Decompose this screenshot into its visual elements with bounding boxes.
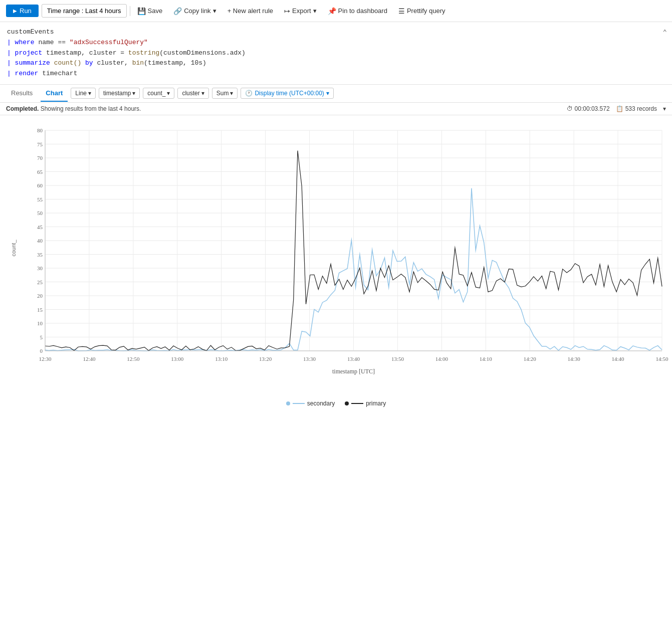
pin-label: Pin to dashboard xyxy=(338,7,387,15)
timestamp-chevron: ▾ xyxy=(132,90,135,97)
clock-icon-small: ⏱ xyxy=(567,105,573,112)
legend-secondary: secondary xyxy=(286,400,335,407)
status-showing: Showing results from the last 4 hours. xyxy=(41,105,141,112)
prettify-label: Prettify query xyxy=(407,7,445,15)
query-line-1: customEvents xyxy=(7,27,665,38)
save-button[interactable]: 💾 Save xyxy=(133,5,167,17)
sum-dropdown[interactable]: Sum ▾ xyxy=(212,88,238,99)
status-text: Completed. Showing results from the last… xyxy=(6,105,141,112)
count-label: count_ xyxy=(147,90,165,97)
sum-label: Sum xyxy=(216,90,229,97)
legend-primary-line xyxy=(351,403,363,404)
display-time-chevron: ▾ xyxy=(326,90,329,97)
count-chevron: ▾ xyxy=(167,90,170,97)
cluster-dropdown[interactable]: cluster ▾ xyxy=(177,88,208,99)
chart-type-label: Line xyxy=(75,90,87,97)
chart-type-chevron: ▾ xyxy=(88,90,91,97)
export-chevron: ▾ xyxy=(313,7,317,15)
copy-link-button[interactable]: 🔗 Copy link ▾ xyxy=(169,5,220,17)
pin-icon: 📌 xyxy=(328,7,336,15)
prettify-button[interactable]: ☰ Prettify query xyxy=(394,5,450,17)
legend-primary-label: primary xyxy=(366,400,386,407)
run-button[interactable]: ▶ Run xyxy=(6,5,39,17)
prettify-icon: ☰ xyxy=(398,7,405,15)
pin-dashboard-button[interactable]: 📌 Pin to dashboard xyxy=(324,5,391,17)
status-timing: ⏱ 00:00:03.572 xyxy=(567,105,610,112)
status-completed: Completed. xyxy=(6,105,39,112)
clock-icon: 🕐 xyxy=(245,90,253,97)
query-line-4: | summarize count() by cluster, bin(time… xyxy=(7,58,665,69)
query-line-5: | render timechart xyxy=(7,69,665,79)
tab-chart[interactable]: Chart xyxy=(41,85,68,102)
cluster-chevron: ▾ xyxy=(201,90,204,97)
copy-link-chevron: ▾ xyxy=(213,7,216,15)
new-alert-label: + New alert rule xyxy=(228,7,273,15)
legend-primary: primary xyxy=(345,400,386,407)
timestamp-dropdown[interactable]: timestamp ▾ xyxy=(99,88,140,99)
new-alert-button[interactable]: + New alert rule xyxy=(223,5,277,17)
time-range-label: Time range : Last 4 hours xyxy=(47,7,121,15)
run-label: Run xyxy=(20,7,32,15)
run-play-icon: ▶ xyxy=(13,8,17,14)
timing-value: 00:00:03.572 xyxy=(575,105,610,112)
expand-icon[interactable]: ▾ xyxy=(663,105,666,112)
status-right: ⏱ 00:00:03.572 📋 533 records ▾ xyxy=(567,105,666,112)
sum-chevron: ▾ xyxy=(230,90,233,97)
chart-area: count_ xyxy=(25,120,672,376)
collapse-button[interactable]: ⌃ xyxy=(663,27,667,38)
export-button[interactable]: ↦ Export ▾ xyxy=(280,5,321,17)
count-dropdown[interactable]: count_ ▾ xyxy=(143,88,174,99)
records-value: 533 records xyxy=(625,105,657,112)
query-editor[interactable]: customEvents | where name == "adxSuccess… xyxy=(0,22,672,85)
chart-legend: secondary primary xyxy=(0,396,672,411)
legend-primary-dot xyxy=(345,401,349,405)
copy-link-label: Copy link xyxy=(184,7,210,15)
legend-secondary-dot xyxy=(286,401,290,405)
query-line-2: | where name == "adxSuccessfulQuery" xyxy=(7,38,665,48)
copy-link-icon: 🔗 xyxy=(173,7,182,15)
status-records: 📋 533 records xyxy=(616,105,657,112)
records-icon: 📋 xyxy=(616,105,623,112)
time-range-button[interactable]: Time range : Last 4 hours xyxy=(42,4,127,18)
tab-results[interactable]: Results xyxy=(6,85,38,102)
chart-type-dropdown[interactable]: Line ▾ xyxy=(71,88,96,99)
save-label: Save xyxy=(148,7,163,15)
cluster-label: cluster xyxy=(182,90,199,97)
display-time-dropdown[interactable]: 🕐 Display time (UTC+00:00) ▾ xyxy=(241,88,333,99)
export-label: Export xyxy=(292,7,311,15)
query-line-3: | project timestamp, cluster = tostring(… xyxy=(7,48,665,59)
toolbar: ▶ Run Time range : Last 4 hours 💾 Save 🔗… xyxy=(0,0,672,22)
y-axis-label: count_ xyxy=(11,240,17,256)
toolbar-separator-1 xyxy=(130,6,130,16)
save-icon: 💾 xyxy=(137,7,146,15)
chart-container: count_ xyxy=(0,115,672,396)
chart-tab-label: Chart xyxy=(46,89,63,97)
timestamp-label: timestamp xyxy=(103,90,131,97)
legend-secondary-line xyxy=(293,403,305,404)
chart-canvas xyxy=(25,120,672,376)
results-tab-label: Results xyxy=(11,89,33,97)
chart-options: Line ▾ timestamp ▾ count_ ▾ cluster ▾ Su… xyxy=(71,88,666,99)
legend-secondary-label: secondary xyxy=(307,400,335,407)
status-bar: Completed. Showing results from the last… xyxy=(0,103,672,115)
results-tabs-bar: Results Chart Line ▾ timestamp ▾ count_ … xyxy=(0,85,672,103)
export-icon: ↦ xyxy=(284,7,290,15)
display-time-label: Display time (UTC+00:00) xyxy=(255,90,324,97)
